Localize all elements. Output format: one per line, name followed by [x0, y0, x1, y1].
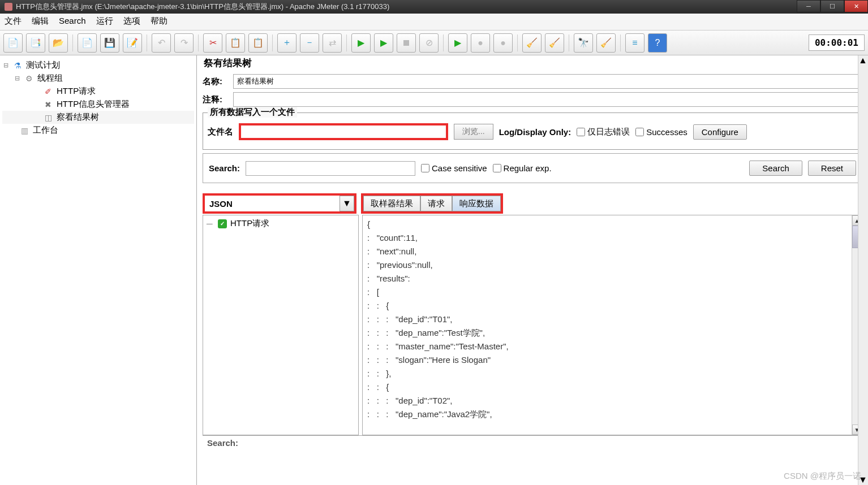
name-input[interactable] [233, 74, 862, 89]
redo-button[interactable]: ↷ [174, 33, 194, 53]
undo-button[interactable]: ↶ [152, 33, 171, 53]
elapsed-timer: 00:00:01 [809, 34, 865, 51]
panel-title: 祭有结果树 [200, 55, 865, 71]
tree-node-test-plan[interactable]: ⊟⚗测试计划 [2, 59, 194, 72]
reset-search-button[interactable]: 🧹 [596, 33, 616, 53]
minimize-button[interactable]: ─ [797, 0, 820, 12]
result-tabs: 取样器结果 请求 响应数据 [361, 193, 503, 214]
json-line: : "previous":null, [367, 258, 857, 272]
json-line: : : : "dep_id":"T02", [367, 394, 857, 408]
clear-all-button[interactable]: 🧹 [545, 33, 564, 53]
close-test-button[interactable]: 📄 [78, 33, 97, 53]
main-panel: 祭有结果树 名称: 注释: 所有数据写入一个文件 文件名 浏览... Log/D… [197, 55, 868, 485]
chevron-down-icon: ▼ [340, 196, 354, 211]
case-sensitive-checkbox[interactable]: Case sensitive [421, 163, 487, 173]
window-title: HTTP信息头管理器.jmx (E:\Jmeter\apache-jmeter-… [16, 2, 389, 12]
comment-input[interactable] [233, 92, 862, 107]
panel-scrollbar[interactable]: ▲ ▼ [858, 55, 868, 485]
function-helper-button[interactable]: ≡ [625, 33, 644, 53]
response-data-view[interactable]: {: "count":11,: "next":null,: "previous"… [362, 215, 862, 435]
close-button[interactable]: ✕ [844, 0, 868, 12]
save-as-button[interactable]: 📝 [123, 33, 142, 53]
json-line: : "next":null, [367, 245, 857, 258]
toggle-button[interactable]: ⇄ [323, 33, 342, 53]
run-button[interactable]: ▶ [351, 33, 371, 53]
write-results-section: 所有数据写入一个文件 文件名 浏览... Log/Display Only: 仅… [203, 112, 862, 150]
bottom-search-label: Search: [203, 435, 862, 450]
title-bar: HTTP信息头管理器.jmx (E:\Jmeter\apache-jmeter-… [0, 0, 868, 14]
search-input[interactable] [246, 161, 415, 176]
toolbar: 📄 📑 📂 📄 💾 📝 ↶ ↷ ✂ 📋 📋 ＋ － ⇄ ▶ ▶ ⏹ ⊘ ▶ ● … [0, 31, 868, 55]
search-tool-button[interactable]: 🔭 [574, 33, 593, 53]
menu-file[interactable]: 文件 [5, 16, 22, 28]
cut-button[interactable]: ✂ [203, 33, 222, 53]
tree-node-workbench[interactable]: ▥工作台 [2, 124, 194, 137]
menu-bar: 文件 编辑 Search 运行 选项 帮助 [0, 14, 868, 31]
search-label: Search: [209, 163, 240, 173]
browse-button[interactable]: 浏览... [454, 124, 493, 140]
search-button[interactable]: Search [749, 161, 802, 176]
json-line: { [367, 218, 857, 231]
reset-button[interactable]: Reset [808, 161, 856, 176]
paste-button[interactable]: 📋 [248, 33, 268, 53]
json-line: : : : "dep_name":"Java2学院", [367, 408, 857, 421]
menu-edit[interactable]: 编辑 [32, 16, 49, 28]
tab-sampler-result[interactable]: 取样器结果 [363, 196, 420, 211]
remote-start-button[interactable]: ▶ [448, 33, 467, 53]
file-section-title: 所有数据写入一个文件 [208, 107, 297, 118]
search-section: Search: Case sensitive Regular exp. Sear… [203, 153, 862, 183]
errors-only-checkbox[interactable]: 仅日志错误 [577, 127, 630, 137]
json-line: : "results": [367, 272, 857, 285]
renderer-combo[interactable]: JSON ▼ [203, 193, 356, 214]
remote-shutdown-button[interactable]: ● [493, 33, 513, 53]
json-line: : : : "master_name":"Test-Master", [367, 340, 857, 353]
maximize-button[interactable]: ☐ [820, 0, 844, 12]
open-button[interactable]: 📂 [49, 33, 68, 53]
configure-button[interactable]: Configure [693, 124, 747, 140]
expand-button[interactable]: ＋ [277, 33, 297, 53]
filename-input[interactable] [239, 123, 448, 140]
success-icon: ✓ [218, 219, 227, 228]
json-line: : [ [367, 285, 857, 299]
comment-label: 注释: [203, 94, 233, 105]
remote-stop-button[interactable]: ● [471, 33, 490, 53]
new-button[interactable]: 📄 [3, 33, 23, 53]
test-plan-tree[interactable]: ⊟⚗测试计划 ⊟⚙线程组 ✐HTTP请求 ✖HTTP信息头管理器 ◫察看结果树 … [0, 55, 197, 485]
shutdown-button[interactable]: ⊘ [419, 33, 439, 53]
tree-node-http-request[interactable]: ✐HTTP请求 [2, 85, 194, 98]
run-no-pause-button[interactable]: ▶ [374, 33, 393, 53]
filename-label: 文件名 [208, 127, 233, 137]
json-line: : "count":11, [367, 231, 857, 245]
save-button[interactable]: 💾 [100, 33, 119, 53]
menu-run[interactable]: 运行 [96, 16, 113, 28]
json-line: : : : "dep_id":"T01", [367, 313, 857, 326]
json-line: : : { [367, 299, 857, 313]
copy-button[interactable]: 📋 [226, 33, 245, 53]
name-label: 名称: [203, 76, 233, 87]
result-node-http-request[interactable]: ─ ✓ HTTP请求 [205, 218, 356, 229]
tab-request[interactable]: 请求 [420, 196, 452, 211]
menu-help[interactable]: 帮助 [151, 16, 167, 28]
successes-checkbox[interactable]: Successes [635, 127, 687, 137]
stop-button[interactable]: ⏹ [397, 33, 416, 53]
help-button[interactable]: ? [648, 33, 667, 53]
tab-response-data[interactable]: 响应数据 [452, 196, 501, 211]
results-list[interactable]: ─ ✓ HTTP请求 [203, 215, 359, 435]
menu-search[interactable]: Search [59, 16, 86, 28]
json-line: : : { [367, 380, 857, 394]
json-line: : : }, [367, 367, 857, 380]
watermark: CSDN @程序员一诺 [784, 471, 861, 482]
collapse-button[interactable]: － [300, 33, 319, 53]
log-display-label: Log/Display Only: [499, 127, 571, 137]
regexp-checkbox[interactable]: Regular exp. [493, 163, 552, 173]
clear-button[interactable]: 🧹 [522, 33, 542, 53]
templates-button[interactable]: 📑 [26, 33, 45, 53]
tree-node-thread-group[interactable]: ⊟⚙线程组 [2, 72, 194, 85]
app-icon [5, 3, 12, 11]
menu-options[interactable]: 选项 [123, 16, 140, 28]
tree-node-header-manager[interactable]: ✖HTTP信息头管理器 [2, 98, 194, 111]
tree-node-view-results-tree[interactable]: ◫察看结果树 [2, 111, 194, 124]
json-line: : : : "slogan":"Here is Slogan" [367, 353, 857, 367]
json-line: : : : "dep_name":"Test学院", [367, 326, 857, 340]
